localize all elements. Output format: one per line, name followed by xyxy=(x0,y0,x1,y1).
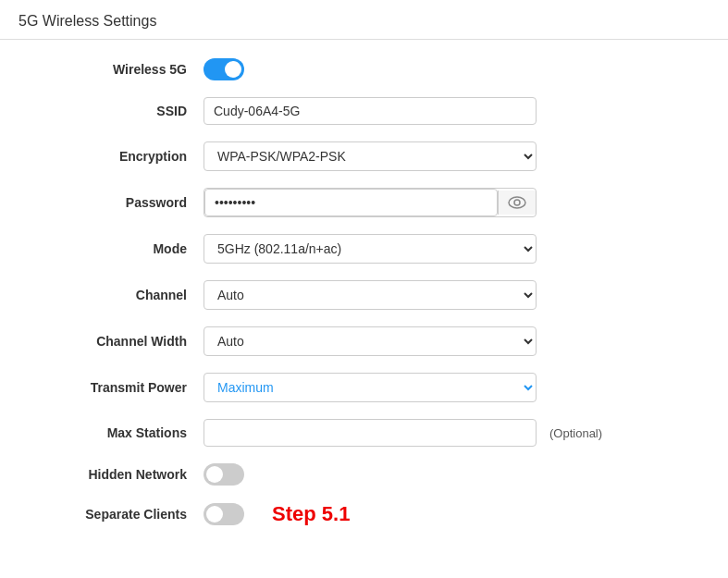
wireless5g-row: Wireless 5G xyxy=(19,58,709,80)
max-stations-input[interactable] xyxy=(204,419,537,447)
transmit-power-label: Transmit Power xyxy=(19,380,204,395)
hidden-network-toggle[interactable] xyxy=(204,463,244,486)
encryption-label: Encryption xyxy=(19,149,204,164)
password-toggle-button[interactable] xyxy=(498,191,536,215)
max-stations-optional: (Optional) xyxy=(549,426,602,440)
separate-clients-toggle[interactable] xyxy=(204,503,244,525)
channel-width-select[interactable]: Auto 20MHz 40MHz 80MHz xyxy=(204,326,537,356)
hidden-network-label: Hidden Network xyxy=(19,467,204,482)
channel-width-select-container: Auto 20MHz 40MHz 80MHz xyxy=(204,326,537,356)
max-stations-label: Max Stations xyxy=(19,425,204,440)
separate-clients-label: Separate Clients xyxy=(19,507,204,522)
eye-icon xyxy=(508,196,526,209)
wireless5g-slider xyxy=(204,58,244,80)
password-input-container xyxy=(204,188,537,217)
password-label: Password xyxy=(19,195,204,210)
channel-select[interactable]: Auto 36 40 44 xyxy=(204,280,537,310)
password-input[interactable] xyxy=(204,189,498,216)
channel-label: Channel xyxy=(19,288,204,302)
channel-select-container: Auto 36 40 44 xyxy=(204,280,537,310)
hidden-network-slider xyxy=(204,463,244,486)
encryption-select-container: WPA-PSK/WPA2-PSK WPA2-PSK WPA-PSK None xyxy=(204,141,537,171)
max-stations-row: Max Stations (Optional) xyxy=(19,419,709,447)
mode-label: Mode xyxy=(19,241,204,256)
ssid-label: SSID xyxy=(19,104,204,118)
separate-clients-toggle-container: Step 5.1 xyxy=(204,502,537,526)
mode-row: Mode 5GHz (802.11a/n+ac) 5GHz (802.11a/n… xyxy=(19,234,709,264)
password-wrapper xyxy=(204,188,537,217)
transmit-power-row: Transmit Power Maximum High Medium Low xyxy=(19,373,709,402)
transmit-power-select[interactable]: Maximum High Medium Low xyxy=(204,373,537,402)
ssid-input[interactable] xyxy=(204,97,537,125)
page-title: 5G Wireless Settings xyxy=(0,0,728,40)
channel-width-label: Channel Width xyxy=(19,334,204,349)
channel-row: Channel Auto 36 40 44 xyxy=(19,280,709,310)
mode-select[interactable]: 5GHz (802.11a/n+ac) 5GHz (802.11a/n) 5GH… xyxy=(204,234,537,264)
wireless5g-toggle-container xyxy=(204,58,537,80)
encryption-select[interactable]: WPA-PSK/WPA2-PSK WPA2-PSK WPA-PSK None xyxy=(204,141,537,171)
separate-clients-row: Separate Clients Step 5.1 xyxy=(19,502,709,526)
separate-clients-slider xyxy=(204,503,244,525)
hidden-network-row: Hidden Network xyxy=(19,463,709,486)
bottom-section: Save & Apply xyxy=(0,571,728,578)
wireless5g-label: Wireless 5G xyxy=(19,62,204,77)
ssid-input-container xyxy=(204,97,537,125)
mode-select-container: 5GHz (802.11a/n+ac) 5GHz (802.11a/n) 5GH… xyxy=(204,234,537,264)
svg-point-0 xyxy=(509,197,525,208)
channel-width-row: Channel Width Auto 20MHz 40MHz 80MHz xyxy=(19,326,709,356)
wireless5g-toggle[interactable] xyxy=(204,58,244,80)
form-container: Wireless 5G SSID Encryption WPA-PSK/WPA2… xyxy=(0,40,728,561)
hidden-network-toggle-container xyxy=(204,463,537,486)
encryption-row: Encryption WPA-PSK/WPA2-PSK WPA2-PSK WPA… xyxy=(19,141,709,171)
ssid-row: SSID xyxy=(19,97,709,125)
step-label: Step 5.1 xyxy=(272,502,350,526)
max-stations-input-container xyxy=(204,419,537,447)
svg-point-1 xyxy=(514,200,520,205)
password-row: Password xyxy=(19,188,709,217)
transmit-power-select-container: Maximum High Medium Low xyxy=(204,373,537,402)
